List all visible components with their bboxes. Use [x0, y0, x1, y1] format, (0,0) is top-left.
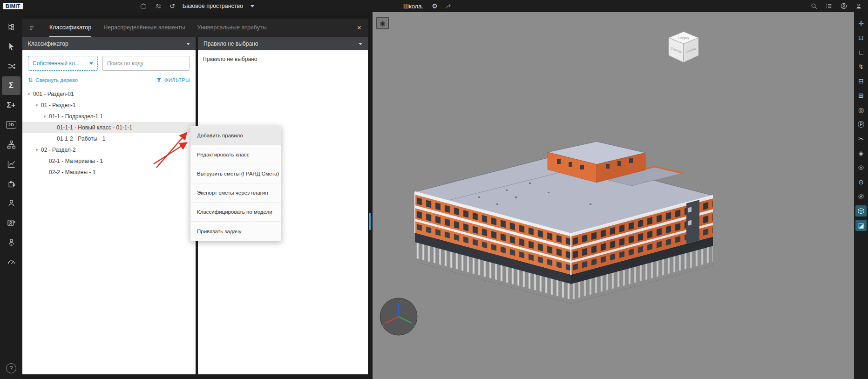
visibility-icon[interactable] [855, 162, 867, 173]
tree-item-label: 01-1-1 - Новый класс - 01-1-1 [57, 124, 132, 131]
classifier-body: Собственный кл... ⇅ Свернуть дерево [22, 50, 196, 374]
tree-item[interactable]: 02-2 - Машины - 1 [22, 167, 196, 178]
cut-plane-icon[interactable]: ✂ [855, 133, 867, 144]
pan-icon[interactable]: ✛ [855, 18, 867, 29]
section-box-icon[interactable]: ⊟ [855, 75, 867, 87]
axis-z-label: Z [401, 300, 403, 305]
tree-caret-icon[interactable]: ▾ [42, 114, 47, 119]
app-logo: BIMiT [3, 3, 23, 9]
tree-caret-icon[interactable]: ▾ [34, 103, 40, 108]
rule-dropdown-header[interactable]: Правило не выбрано [198, 37, 368, 50]
chevron-down-icon [359, 43, 362, 45]
search-icon[interactable] [810, 2, 818, 10]
tree-item-label: 01 - Раздел-1 [41, 102, 75, 108]
tree-item-label: 01-1 - Подраздел-1.1 [49, 113, 103, 120]
section-plane-icon[interactable]: ◪ [855, 220, 867, 231]
select-box-icon[interactable]: ⊡ [855, 32, 867, 43]
workspace-selector[interactable]: ↺ Базовое пространство [140, 0, 254, 12]
left-toolbar: ΣΣ+2D ? [0, 12, 22, 379]
collision-icon[interactable]: ↯ [855, 61, 867, 72]
tree-item[interactable]: ▾01-1 - Подраздел-1.1 [22, 111, 196, 122]
tree-item-label: 001 - Раздел-01 [33, 91, 74, 97]
context-menu-item[interactable]: Редактировать класс [190, 145, 281, 164]
panel-tabs-bar: Классификатор Нераспределённые элементы … [22, 19, 368, 37]
tree-item[interactable]: 01-1-2 - Работы - 1 [22, 133, 196, 144]
rule-header-label: Правило не выбрано [203, 41, 258, 47]
search-by-code-input[interactable] [102, 56, 190, 71]
classifier-select-value: Собственный кл... [33, 60, 80, 67]
panel-resize-handle[interactable] [369, 213, 371, 230]
briefcase-icon[interactable] [140, 2, 147, 10]
close-icon[interactable]: × [357, 24, 361, 32]
classifier-select[interactable]: Собственный кл... [28, 56, 98, 71]
context-menu-item[interactable]: Привязать задачу [190, 222, 281, 241]
estimates-add-icon[interactable]: Σ+ [2, 96, 20, 115]
focus-icon[interactable]: ◎ [855, 104, 867, 115]
collapse-tree-icon: ⇅ [28, 77, 33, 83]
filters-link[interactable]: ФИЛЬТРЫ [156, 77, 190, 83]
panel-menu-icon[interactable] [29, 24, 37, 32]
select-tool-icon[interactable] [2, 37, 20, 56]
history-icon[interactable]: ↺ [170, 3, 175, 9]
axis-x-label: X [381, 324, 384, 328]
share-icon[interactable] [445, 2, 453, 10]
dashboard-icon[interactable] [2, 252, 20, 271]
drawings-2d-icon[interactable]: 2D [2, 115, 20, 134]
grid-icon[interactable]: ⊞ [855, 90, 867, 101]
structure-scheme-icon[interactable] [2, 135, 20, 154]
filter-funnel-icon [156, 77, 162, 83]
menu-list-icon[interactable] [825, 2, 833, 10]
handover-icon[interactable] [2, 213, 20, 232]
hide-icon[interactable] [855, 191, 867, 202]
chevron-down-icon [186, 43, 190, 45]
tab-universal-attributes[interactable]: Универсальные атрибуты [197, 19, 267, 37]
tree-item-label: 01-1-2 - Работы - 1 [57, 135, 105, 142]
relations-icon[interactable] [2, 57, 20, 75]
axis-gizmo[interactable]: Z X Y [379, 297, 418, 336]
context-menu-item[interactable]: Экспорт сметы через плагин [190, 183, 281, 203]
account-circle-icon[interactable] [840, 2, 848, 10]
user-location-icon[interactable] [2, 233, 20, 251]
tree-caret-icon[interactable]: ▾ [26, 92, 32, 96]
parking-icon[interactable]: Ⓟ [855, 119, 867, 130]
tree-item[interactable]: ▾01 - Раздел-1 [22, 100, 196, 111]
axis-y-label: Y [413, 324, 416, 328]
settings-gear-icon[interactable]: ⚙ [432, 3, 438, 9]
user-icon[interactable] [855, 2, 862, 10]
classifier-subpanel: Классификатор Собственный кл... [22, 37, 196, 374]
viewport-3d[interactable]: ◉ [373, 12, 854, 379]
context-menu-item[interactable]: Классифицировать по модели [190, 203, 281, 222]
tab-classifier[interactable]: Классификатор [49, 19, 91, 37]
navigation-cube[interactable]: Сверху Спереди Справа [667, 30, 700, 67]
tree-item[interactable]: 02-1 - Материалы - 1 [22, 156, 196, 167]
rule-empty-text: Правило не выбрано [198, 50, 368, 68]
plugins-icon[interactable] [2, 174, 20, 193]
context-menu-item[interactable]: Добавить правило [190, 126, 281, 145]
tab-unallocated-elements[interactable]: Нераспределённые элементы [103, 19, 185, 37]
model-tree-icon[interactable] [2, 18, 20, 36]
graphs-icon[interactable] [2, 155, 20, 173]
viewport-camera-button[interactable]: ◉ [376, 17, 389, 29]
topbar: BIMiT ↺ Базовое пространство Школа. ⚙ [0, 0, 868, 12]
context-menu-item[interactable]: Выгрузить сметы (ГРАНД Смета) [190, 164, 281, 183]
view-cube-icon[interactable] [855, 205, 867, 217]
users-icon[interactable] [2, 194, 20, 212]
workspace-label: Базовое пространство [183, 3, 243, 9]
collapse-tree-link[interactable]: ⇅ Свернуть дерево [28, 77, 78, 83]
tree-item[interactable]: 01-1-1 - Новый класс - 01-1-1 [22, 122, 196, 133]
classifier-dropdown-header[interactable]: Классификатор [22, 37, 196, 50]
visibility-point-icon[interactable]: ⊙ [855, 176, 867, 188]
project-icons: ⚙ [432, 2, 453, 10]
estimates-sigma-icon[interactable]: Σ [2, 76, 20, 95]
classifier-header-label: Классификатор [28, 41, 68, 47]
isometry-icon[interactable]: ◈ [855, 148, 867, 159]
measure-icon[interactable]: ∟ [855, 47, 867, 58]
help-button[interactable]: ? [6, 363, 16, 373]
right-toolbar: ✛⊡∟↯⊟⊞◎Ⓟ✂◈⊙◪ [854, 12, 868, 379]
tree-caret-icon[interactable]: ▾ [34, 148, 40, 152]
classifier-tree: ▾001 - Раздел-01▾01 - Раздел-1▾01-1 - По… [22, 88, 196, 178]
team-icon[interactable] [155, 2, 162, 10]
tree-item[interactable]: ▾001 - Раздел-01 [22, 88, 196, 100]
project-name: Школа. [403, 3, 423, 10]
tree-item[interactable]: ▾02 - Раздел-2 [22, 144, 196, 156]
